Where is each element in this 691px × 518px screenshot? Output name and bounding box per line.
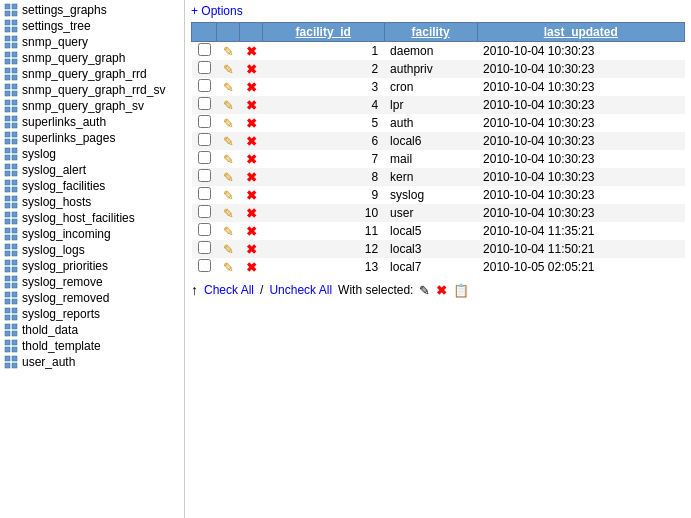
sidebar-item-syslog_priorities[interactable]: syslog_priorities bbox=[0, 258, 184, 274]
bulk-copy-icon[interactable]: 📋 bbox=[453, 283, 469, 298]
delete-icon[interactable]: ✖ bbox=[246, 224, 257, 239]
svg-rect-10 bbox=[5, 43, 10, 48]
edit-icon[interactable]: ✎ bbox=[223, 134, 234, 149]
svg-rect-35 bbox=[12, 139, 17, 144]
row-facility: local5 bbox=[384, 222, 477, 240]
sidebar-item-syslog_logs[interactable]: syslog_logs bbox=[0, 242, 184, 258]
row-checkbox-cell bbox=[192, 96, 217, 114]
delete-icon[interactable]: ✖ bbox=[246, 260, 257, 275]
svg-rect-78 bbox=[5, 315, 10, 320]
row-checkbox[interactable] bbox=[198, 187, 211, 200]
sidebar-item-thold_template[interactable]: thold_template bbox=[0, 338, 184, 354]
sidebar-item-syslog_alert[interactable]: syslog_alert bbox=[0, 162, 184, 178]
edit-icon[interactable]: ✎ bbox=[223, 224, 234, 239]
row-checkbox[interactable] bbox=[198, 169, 211, 182]
bulk-edit-icon[interactable]: ✎ bbox=[419, 283, 430, 298]
edit-icon[interactable]: ✎ bbox=[223, 170, 234, 185]
row-checkbox[interactable] bbox=[198, 259, 211, 272]
row-checkbox[interactable] bbox=[198, 133, 211, 146]
svg-rect-79 bbox=[12, 315, 17, 320]
edit-icon[interactable]: ✎ bbox=[223, 116, 234, 131]
grid-icon bbox=[4, 163, 18, 177]
row-facility-id: 7 bbox=[263, 150, 385, 168]
check-all-link[interactable]: Check All bbox=[204, 283, 254, 297]
svg-rect-63 bbox=[12, 251, 17, 256]
grid-icon bbox=[4, 355, 18, 369]
grid-icon bbox=[4, 131, 18, 145]
row-edit-cell: ✎ bbox=[217, 96, 240, 114]
delete-icon[interactable]: ✖ bbox=[246, 188, 257, 203]
row-checkbox[interactable] bbox=[198, 79, 211, 92]
delete-icon[interactable]: ✖ bbox=[246, 170, 257, 185]
sidebar-item-syslog_incoming[interactable]: syslog_incoming bbox=[0, 226, 184, 242]
delete-icon[interactable]: ✖ bbox=[246, 62, 257, 77]
table-body: ✎✖1daemon2010-10-04 10:30:23✎✖2authpriv2… bbox=[192, 42, 685, 277]
sidebar-item-syslog_removed[interactable]: syslog_removed bbox=[0, 290, 184, 306]
svg-rect-60 bbox=[5, 244, 10, 249]
edit-icon[interactable]: ✎ bbox=[223, 206, 234, 221]
sidebar-item-syslog_host_facilities[interactable]: syslog_host_facilities bbox=[0, 210, 184, 226]
uncheck-all-link[interactable]: Uncheck All bbox=[269, 283, 332, 297]
col-header-last-updated[interactable]: last_updated bbox=[477, 23, 684, 42]
grid-icon bbox=[4, 19, 18, 33]
edit-icon[interactable]: ✎ bbox=[223, 152, 234, 167]
sidebar-item-snmp_query_graph_rrd_sv[interactable]: snmp_query_graph_rrd_sv bbox=[0, 82, 184, 98]
delete-icon[interactable]: ✖ bbox=[246, 98, 257, 113]
col-header-edit bbox=[217, 23, 240, 42]
row-checkbox[interactable] bbox=[198, 43, 211, 56]
delete-icon[interactable]: ✖ bbox=[246, 44, 257, 59]
svg-rect-82 bbox=[5, 331, 10, 336]
sidebar-item-syslog_facilities[interactable]: syslog_facilities bbox=[0, 178, 184, 194]
sidebar-item-settings_tree[interactable]: settings_tree bbox=[0, 18, 184, 34]
svg-rect-85 bbox=[12, 340, 17, 345]
sidebar-item-snmp_query_graph_sv[interactable]: snmp_query_graph_sv bbox=[0, 98, 184, 114]
sidebar-item-syslog[interactable]: syslog bbox=[0, 146, 184, 162]
edit-icon[interactable]: ✎ bbox=[223, 98, 234, 113]
scroll-up-icon[interactable]: ↑ bbox=[191, 282, 198, 298]
row-checkbox[interactable] bbox=[198, 205, 211, 218]
row-checkbox[interactable] bbox=[198, 241, 211, 254]
row-checkbox[interactable] bbox=[198, 115, 211, 128]
row-checkbox[interactable] bbox=[198, 97, 211, 110]
sidebar-item-syslog_remove[interactable]: syslog_remove bbox=[0, 274, 184, 290]
sidebar-item-snmp_query[interactable]: snmp_query bbox=[0, 34, 184, 50]
sidebar-item-thold_data[interactable]: thold_data bbox=[0, 322, 184, 338]
sidebar-item-superlinks_auth[interactable]: superlinks_auth bbox=[0, 114, 184, 130]
edit-icon[interactable]: ✎ bbox=[223, 188, 234, 203]
row-facility-id: 9 bbox=[263, 186, 385, 204]
sidebar-item-syslog_reports[interactable]: syslog_reports bbox=[0, 306, 184, 322]
col-header-checkbox bbox=[192, 23, 217, 42]
sidebar-item-snmp_query_graph[interactable]: snmp_query_graph bbox=[0, 50, 184, 66]
col-header-facility[interactable]: facility bbox=[384, 23, 477, 42]
svg-rect-36 bbox=[5, 148, 10, 153]
delete-icon[interactable]: ✖ bbox=[246, 242, 257, 257]
edit-icon[interactable]: ✎ bbox=[223, 44, 234, 59]
delete-icon[interactable]: ✖ bbox=[246, 80, 257, 95]
delete-icon[interactable]: ✖ bbox=[246, 206, 257, 221]
row-facility-id: 12 bbox=[263, 240, 385, 258]
edit-icon[interactable]: ✎ bbox=[223, 260, 234, 275]
edit-icon[interactable]: ✎ bbox=[223, 242, 234, 257]
delete-icon[interactable]: ✖ bbox=[246, 134, 257, 149]
grid-icon bbox=[4, 35, 18, 49]
sidebar-item-user_auth[interactable]: user_auth bbox=[0, 354, 184, 370]
svg-rect-3 bbox=[12, 11, 17, 16]
row-checkbox[interactable] bbox=[198, 151, 211, 164]
sidebar-item-syslog_hosts[interactable]: syslog_hosts bbox=[0, 194, 184, 210]
row-checkbox[interactable] bbox=[198, 61, 211, 74]
row-facility-id: 11 bbox=[263, 222, 385, 240]
row-checkbox[interactable] bbox=[198, 223, 211, 236]
delete-icon[interactable]: ✖ bbox=[246, 116, 257, 131]
sidebar-item-superlinks_pages[interactable]: superlinks_pages bbox=[0, 130, 184, 146]
col-header-facility-id[interactable]: facility_id bbox=[263, 23, 385, 42]
sidebar-item-settings_graphs[interactable]: settings_graphs bbox=[0, 2, 184, 18]
bulk-delete-icon[interactable]: ✖ bbox=[436, 283, 447, 298]
sidebar-item-label: snmp_query bbox=[22, 35, 88, 49]
delete-icon[interactable]: ✖ bbox=[246, 152, 257, 167]
edit-icon[interactable]: ✎ bbox=[223, 62, 234, 77]
edit-icon[interactable]: ✎ bbox=[223, 80, 234, 95]
sidebar-item-snmp_query_graph_rrd[interactable]: snmp_query_graph_rrd bbox=[0, 66, 184, 82]
grid-icon bbox=[4, 227, 18, 241]
row-delete-cell: ✖ bbox=[240, 204, 263, 222]
options-link[interactable]: + Options bbox=[191, 4, 243, 18]
